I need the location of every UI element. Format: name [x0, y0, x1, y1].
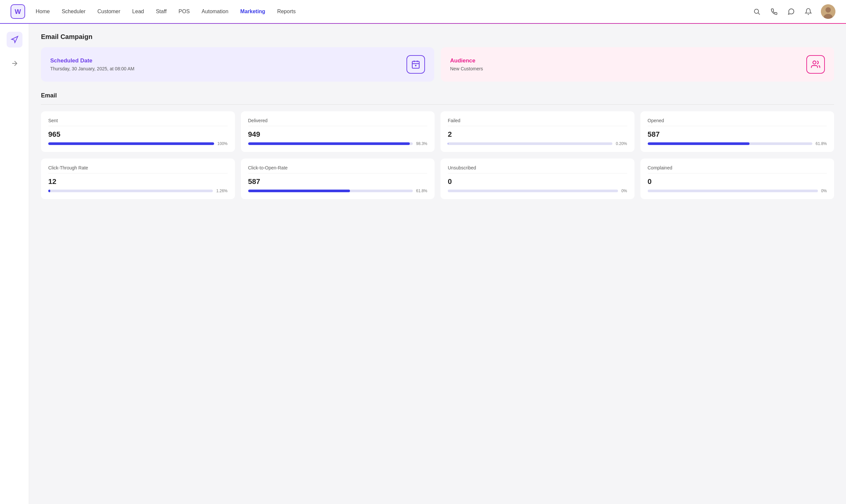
metric-bar-background	[448, 190, 618, 192]
metric-percentage: 0.20%	[616, 141, 627, 146]
nav-lead[interactable]: Lead	[132, 8, 144, 15]
metric-percentage: 100%	[217, 141, 228, 146]
metric-bar-background	[448, 142, 612, 145]
metric-card: Sent 965 100%	[41, 111, 235, 152]
metric-name: Opened	[648, 118, 827, 123]
metric-percentage: 61.8%	[816, 141, 827, 146]
metric-bar-row: 0.20%	[448, 141, 627, 146]
nav-right	[752, 4, 835, 19]
metric-bar-fill	[248, 142, 410, 145]
nav-customer[interactable]: Customer	[98, 8, 120, 15]
metric-card: Opened 587 61.8%	[640, 111, 834, 152]
audience-value: New Customers	[450, 66, 483, 71]
metric-name: Click-to-Open-Rate	[248, 165, 428, 170]
metric-divider	[248, 173, 428, 174]
svg-point-10	[415, 65, 417, 66]
nav-scheduler[interactable]: Scheduler	[62, 8, 86, 15]
metric-card: Click-to-Open-Rate 587 61.8%	[241, 159, 435, 199]
phone-icon[interactable]	[769, 7, 779, 16]
metric-bar-row: 61.8%	[248, 188, 428, 193]
metric-card: Delivered 949 98.3%	[241, 111, 435, 152]
metric-divider	[648, 173, 827, 174]
metric-percentage: 98.3%	[416, 141, 427, 146]
sidebar	[0, 24, 29, 504]
nav-items: Home Scheduler Customer Lead Staff POS A…	[36, 8, 752, 15]
metric-bar-row: 1.26%	[48, 188, 228, 193]
metric-bar-fill	[648, 142, 750, 145]
metric-bar-row: 98.3%	[248, 141, 428, 146]
metric-value: 949	[248, 130, 428, 139]
metric-divider	[448, 173, 627, 174]
metrics-row-2: Click-Through Rate 12 1.26% Click-to-Ope…	[41, 159, 834, 199]
metric-bar-background	[48, 190, 213, 192]
scheduled-date-left: Scheduled Date Thursday, 30 January, 202…	[50, 57, 135, 71]
metric-bar-background	[648, 142, 812, 145]
email-divider	[41, 104, 834, 105]
metric-bar-background	[248, 142, 413, 145]
search-icon[interactable]	[752, 7, 761, 16]
sidebar-megaphone[interactable]	[6, 32, 22, 48]
metric-bar-background	[248, 190, 413, 192]
scheduled-date-card: Scheduled Date Thursday, 30 January, 202…	[41, 47, 434, 82]
audience-card: Audience New Customers	[441, 47, 834, 82]
audience-icon	[806, 55, 825, 74]
metric-name: Failed	[448, 118, 627, 123]
metric-bar-background	[48, 142, 214, 145]
page-layout: Email Campaign Scheduled Date Thursday, …	[0, 24, 846, 504]
nav-home[interactable]: Home	[36, 8, 50, 15]
metric-name: Delivered	[248, 118, 428, 123]
metric-name: Unsubscribed	[448, 165, 627, 170]
scheduled-date-label: Scheduled Date	[50, 57, 135, 64]
metric-value: 0	[648, 177, 827, 186]
svg-point-11	[813, 61, 816, 64]
svg-point-3	[826, 7, 831, 13]
metric-value: 12	[48, 177, 228, 186]
metric-bar-row: 61.8%	[648, 141, 827, 146]
metric-value: 0	[448, 177, 627, 186]
metric-name: Sent	[48, 118, 228, 123]
calendar-icon	[406, 55, 425, 74]
metric-value: 2	[448, 130, 627, 139]
svg-line-1	[758, 13, 760, 15]
metric-bar-fill	[248, 190, 350, 192]
metric-percentage: 1.26%	[216, 188, 227, 193]
metric-card: Unsubscribed 0 0%	[441, 159, 635, 199]
scheduled-date-value: Thursday, 30 January, 2025, at 08:00 AM	[50, 66, 135, 71]
info-cards: Scheduled Date Thursday, 30 January, 202…	[41, 47, 834, 82]
audience-left: Audience New Customers	[450, 57, 483, 71]
metric-card: Complained 0 0%	[640, 159, 834, 199]
metric-name: Click-Through Rate	[48, 165, 228, 170]
metric-bar-row: 0%	[448, 188, 627, 193]
user-avatar[interactable]	[821, 4, 835, 19]
metric-card: Failed 2 0.20%	[441, 111, 635, 152]
nav-marketing[interactable]: Marketing	[240, 8, 265, 15]
nav-pos[interactable]: POS	[178, 8, 190, 15]
metric-bar-row: 0%	[648, 188, 827, 193]
nav-staff[interactable]: Staff	[156, 8, 167, 15]
metric-bar-background	[648, 190, 818, 192]
metric-percentage: 0%	[821, 188, 827, 193]
metric-divider	[48, 173, 228, 174]
metric-percentage: 61.8%	[416, 188, 427, 193]
metric-card: Click-Through Rate 12 1.26%	[41, 159, 235, 199]
nav-automation[interactable]: Automation	[201, 8, 228, 15]
page-title: Email Campaign	[41, 33, 834, 41]
whatsapp-icon[interactable]	[787, 7, 796, 16]
logo[interactable]: W	[11, 4, 25, 19]
notification-icon[interactable]	[804, 7, 813, 16]
metric-value: 587	[248, 177, 428, 186]
metric-bar-fill	[48, 190, 50, 192]
metric-bar-row: 100%	[48, 141, 228, 146]
audience-label: Audience	[450, 57, 483, 64]
metric-percentage: 0%	[621, 188, 627, 193]
metric-value: 965	[48, 130, 228, 139]
metric-name: Complained	[648, 165, 827, 170]
main-content: Email Campaign Scheduled Date Thursday, …	[29, 24, 846, 504]
metric-bar-fill	[448, 142, 448, 145]
metric-bar-fill	[48, 142, 214, 145]
svg-point-0	[755, 9, 759, 14]
nav-reports[interactable]: Reports	[277, 8, 296, 15]
top-navigation: W Home Scheduler Customer Lead Staff POS…	[0, 0, 846, 24]
sidebar-collapse[interactable]	[6, 55, 22, 71]
email-section-title: Email	[41, 92, 834, 99]
